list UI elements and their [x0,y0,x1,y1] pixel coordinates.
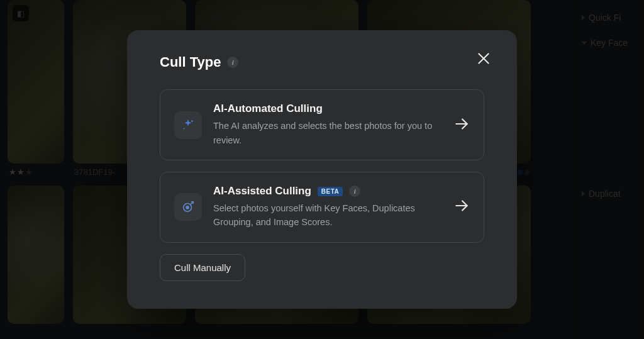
info-icon[interactable]: i [227,57,238,68]
beta-badge: BETA [318,187,343,196]
svg-point-2 [191,120,193,122]
option-text: AI-Automated Culling The AI analyzes and… [213,103,442,147]
svg-point-6 [186,206,189,209]
cull-manually-button[interactable]: Cull Manually [160,254,245,281]
svg-point-3 [183,128,184,129]
option-description: Select photos yourself with Key Faces, D… [213,201,440,230]
close-icon [475,50,492,67]
option-ai-automated[interactable]: AI-Automated Culling The AI analyzes and… [160,89,484,160]
arrow-right-icon [453,116,470,135]
modal-title: Cull Type [160,54,221,70]
sparkle-icon [174,111,202,139]
option-title: AI-Automated Culling [213,103,323,115]
cull-type-modal: Cull Type i AI-Automated Culling The [127,30,517,309]
target-icon [174,193,202,221]
option-description: The AI analyzes and selects the best pho… [213,119,440,147]
option-ai-assisted[interactable]: AI-Assisted Culling BETA i Select photos… [160,172,484,243]
option-text: AI-Assisted Culling BETA i Select photos… [213,185,442,230]
modal-overlay: Cull Type i AI-Automated Culling The [0,0,644,339]
arrow-right-icon [453,197,470,216]
option-title: AI-Assisted Culling [213,185,311,197]
modal-header: Cull Type i [160,54,484,70]
info-icon[interactable]: i [349,186,360,197]
close-button[interactable] [475,50,492,67]
